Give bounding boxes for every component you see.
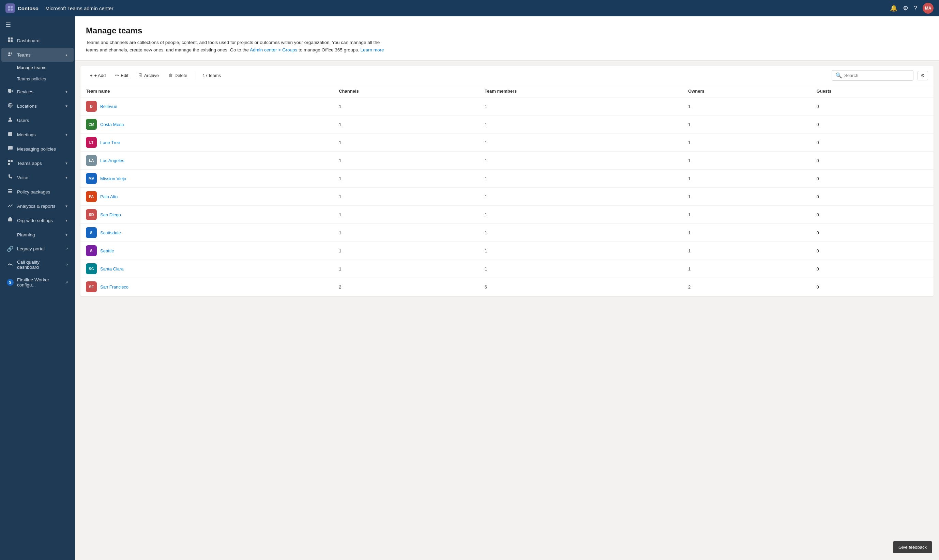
table-row[interactable]: PA Palo Alto 1110 [80,188,934,206]
help-icon[interactable]: ? [914,5,917,12]
sidebar-item-teams-policies[interactable]: Teams policies [2,74,74,84]
team-owners-9: 1 [683,260,811,278]
table-row[interactable]: S Scottsdale 1110 [80,224,934,242]
org-wide-icon [7,217,14,224]
sidebar-item-locations[interactable]: Locations ▼ [2,99,74,113]
team-avatar: PA [86,191,97,202]
team-avatar: SD [86,209,97,220]
team-members-5: 1 [479,188,683,206]
sidebar-item-teams[interactable]: Teams ▲ [2,48,74,62]
learn-more-link[interactable]: Learn more [360,47,384,52]
sidebar-item-meetings[interactable]: Meetings ▼ [2,128,74,142]
col-channels: Channels [333,85,479,97]
sidebar-item-analytics-reports[interactable]: Analytics & reports ▼ [2,199,74,213]
user-avatar[interactable]: MA [923,3,934,14]
give-feedback-button[interactable]: Give feedback [893,541,932,553]
team-link[interactable]: Bellevue [100,104,117,109]
sidebar-item-legacy-portal[interactable]: 🔗 Legacy portal ↗ [2,242,74,255]
teams-apps-chevron: ▼ [65,162,68,165]
legacy-portal-icon: 🔗 [7,246,14,252]
sidebar-item-planning[interactable]: Planning ▼ [2,228,74,242]
sidebar-item-org-wide[interactable]: Org-wide settings ▼ [2,214,74,227]
sidebar-item-firstline-worker[interactable]: S Firstline Worker configu... ↗ [2,274,74,291]
team-owners-6: 1 [683,206,811,224]
team-link[interactable]: Santa Clara [100,266,124,271]
team-owners-7: 1 [683,224,811,242]
teams-chevron: ▲ [65,53,68,57]
search-box[interactable]: 🔍 [832,70,913,81]
team-link[interactable]: San Francisco [100,285,128,289]
notifications-icon[interactable]: 🔔 [890,5,897,12]
team-link[interactable]: Seattle [100,248,114,254]
voice-icon [7,174,14,181]
svg-rect-2 [8,9,10,11]
search-input[interactable] [844,73,910,78]
sidebar-item-dashboard[interactable]: Dashboard [2,34,74,47]
sidebar-item-devices[interactable]: Devices ▼ [2,85,74,98]
meetings-chevron: ▼ [65,133,68,137]
team-link[interactable]: Palo Alto [100,194,117,199]
table-row[interactable]: CM Costa Mesa 1110 [80,115,934,134]
sidebar-item-messaging-policies[interactable]: Messaging policies [2,142,74,156]
sidebar-item-users[interactable]: Users [2,114,74,127]
admin-center-link[interactable]: Admin center > Groups [250,47,297,52]
teams-apps-icon [7,160,14,166]
meetings-icon [7,131,14,138]
team-channels-4: 1 [333,170,479,188]
team-name-cell-4: MV Mission Viejo [80,170,333,188]
sidebar-item-call-quality[interactable]: Call quality dashboard ↗ [2,256,74,273]
teams-apps-label: Teams apps [17,161,61,166]
toolbar-divider [196,72,196,80]
devices-icon [7,88,14,95]
archive-label: Archive [144,73,159,78]
table-row[interactable]: S Seattle 1110 [80,242,934,260]
table-row[interactable]: SF San Francisco 2620 [80,278,934,296]
team-link[interactable]: Mission Viejo [100,176,126,181]
team-avatar: S [86,227,97,238]
team-guests-3: 0 [811,152,934,170]
analytics-reports-label: Analytics & reports [17,204,61,209]
delete-button[interactable]: 🗑 Delete [164,71,191,80]
sidebar-item-manage-teams[interactable]: Manage teams [2,62,74,73]
table-row[interactable]: LT Lone Tree 1110 [80,134,934,152]
team-link[interactable]: Scottsdale [100,230,121,235]
team-name-cell-5: PA Palo Alto [80,188,333,206]
svg-point-8 [9,52,10,54]
team-members-1: 1 [479,115,683,134]
table-row[interactable]: LA Los Angeles 1110 [80,152,934,170]
svg-rect-1 [11,6,12,8]
svg-rect-14 [8,132,12,136]
sidebar-item-voice[interactable]: Voice ▼ [2,171,74,184]
column-settings-button[interactable]: ⚙ [917,71,928,80]
team-channels-5: 1 [333,188,479,206]
team-owners-8: 1 [683,242,811,260]
team-owners-10: 2 [683,278,811,296]
hamburger-button[interactable]: ☰ [0,16,75,33]
svg-rect-7 [11,40,12,42]
sidebar-item-policy-packages[interactable]: Policy packages [2,185,74,198]
team-guests-1: 0 [811,115,934,134]
sidebar: ☰ Dashboard Teams ▲ Manage teams Teams p… [0,16,75,560]
team-link[interactable]: San Diego [100,212,121,217]
svg-rect-19 [8,191,12,192]
edit-button[interactable]: ✏ Edit [111,71,132,80]
team-link[interactable]: Lone Tree [100,140,120,145]
locations-icon [7,103,14,109]
sidebar-item-teams-apps[interactable]: Teams apps ▼ [2,156,74,170]
add-button[interactable]: + + Add [86,71,110,80]
team-link[interactable]: Costa Mesa [100,122,124,127]
table-row[interactable]: MV Mission Viejo 1110 [80,170,934,188]
team-link[interactable]: Los Angeles [100,158,124,163]
users-label: Users [17,118,68,123]
org-wide-label: Org-wide settings [17,218,61,223]
team-owners-0: 1 [683,97,811,115]
app-logo[interactable]: Contoso [5,3,39,13]
team-members-2: 1 [479,134,683,152]
settings-icon[interactable]: ⚙ [903,5,908,12]
table-row[interactable]: B Bellevue 1110 [80,97,934,115]
archive-button[interactable]: 🗄 Archive [134,71,163,80]
team-avatar: SF [86,282,97,292]
table-row[interactable]: SD San Diego 1110 [80,206,934,224]
table-row[interactable]: SC Santa Clara 1110 [80,260,934,278]
team-channels-8: 1 [333,242,479,260]
